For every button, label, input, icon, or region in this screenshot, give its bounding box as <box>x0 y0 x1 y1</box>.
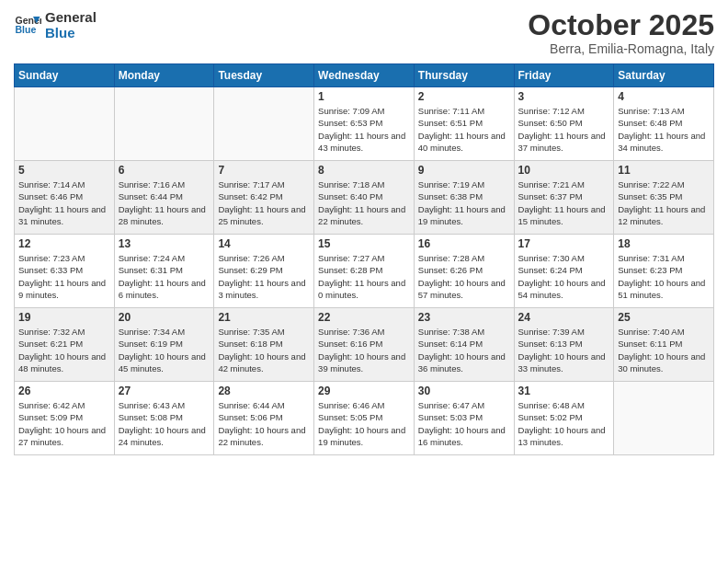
day-info: Sunrise: 7:26 AM Sunset: 6:29 PM Dayligh… <box>218 252 310 301</box>
day-info: Sunrise: 7:12 AM Sunset: 6:50 PM Dayligh… <box>518 105 610 154</box>
table-row: 31Sunrise: 6:48 AM Sunset: 5:02 PM Dayli… <box>514 382 614 455</box>
col-tuesday: Tuesday <box>214 64 314 87</box>
header: General Blue General Blue October 2025 B… <box>14 9 714 56</box>
table-row: 7Sunrise: 7:17 AM Sunset: 6:42 PM Daylig… <box>214 161 314 235</box>
table-row: 18Sunrise: 7:31 AM Sunset: 6:23 PM Dayli… <box>614 235 714 308</box>
day-number: 28 <box>218 385 310 397</box>
col-thursday: Thursday <box>414 64 514 87</box>
table-row: 26Sunrise: 6:42 AM Sunset: 5:09 PM Dayli… <box>15 382 115 455</box>
page-container: General Blue General Blue October 2025 B… <box>0 0 728 465</box>
calendar-week-row: 19Sunrise: 7:32 AM Sunset: 6:21 PM Dayli… <box>15 308 714 382</box>
day-info: Sunrise: 6:43 AM Sunset: 5:08 PM Dayligh… <box>119 399 210 448</box>
table-row: 4Sunrise: 7:13 AM Sunset: 6:48 PM Daylig… <box>614 87 714 161</box>
table-row: 10Sunrise: 7:21 AM Sunset: 6:37 PM Dayli… <box>514 161 614 235</box>
table-row: 24Sunrise: 7:39 AM Sunset: 6:13 PM Dayli… <box>514 308 614 382</box>
day-number: 29 <box>318 385 410 397</box>
table-row: 25Sunrise: 7:40 AM Sunset: 6:11 PM Dayli… <box>614 308 714 382</box>
table-row: 15Sunrise: 7:27 AM Sunset: 6:28 PM Dayli… <box>314 235 415 308</box>
day-number: 2 <box>418 90 510 103</box>
day-info: Sunrise: 7:18 AM Sunset: 6:40 PM Dayligh… <box>318 178 410 227</box>
table-row: 3Sunrise: 7:12 AM Sunset: 6:50 PM Daylig… <box>514 87 614 161</box>
day-info: Sunrise: 7:23 AM Sunset: 6:33 PM Dayligh… <box>18 252 110 301</box>
col-sunday: Sunday <box>15 64 115 87</box>
table-row <box>214 87 314 161</box>
table-row: 8Sunrise: 7:18 AM Sunset: 6:40 PM Daylig… <box>314 161 415 235</box>
day-number: 4 <box>618 90 710 103</box>
day-number: 30 <box>418 385 510 397</box>
day-number: 17 <box>518 237 610 250</box>
table-row: 6Sunrise: 7:16 AM Sunset: 6:44 PM Daylig… <box>114 161 214 235</box>
day-info: Sunrise: 7:38 AM Sunset: 6:14 PM Dayligh… <box>418 326 510 374</box>
table-row: 14Sunrise: 7:26 AM Sunset: 6:29 PM Dayli… <box>214 235 314 308</box>
table-row: 19Sunrise: 7:32 AM Sunset: 6:21 PM Dayli… <box>15 308 115 382</box>
day-info: Sunrise: 6:48 AM Sunset: 5:02 PM Dayligh… <box>518 399 610 448</box>
table-row: 1Sunrise: 7:09 AM Sunset: 6:53 PM Daylig… <box>314 87 415 161</box>
day-number: 24 <box>518 311 610 324</box>
day-info: Sunrise: 7:14 AM Sunset: 6:46 PM Dayligh… <box>18 178 110 227</box>
day-info: Sunrise: 7:19 AM Sunset: 6:38 PM Dayligh… <box>418 178 510 227</box>
day-info: Sunrise: 7:24 AM Sunset: 6:31 PM Dayligh… <box>119 252 210 301</box>
col-monday: Monday <box>114 64 214 87</box>
calendar-header-row: Sunday Monday Tuesday Wednesday Thursday… <box>15 64 714 87</box>
day-info: Sunrise: 6:47 AM Sunset: 5:03 PM Dayligh… <box>418 399 510 448</box>
day-number: 16 <box>418 237 510 250</box>
table-row: 30Sunrise: 6:47 AM Sunset: 5:03 PM Dayli… <box>414 382 514 455</box>
calendar-week-row: 12Sunrise: 7:23 AM Sunset: 6:33 PM Dayli… <box>15 235 714 308</box>
day-number: 15 <box>318 237 410 250</box>
table-row: 23Sunrise: 7:38 AM Sunset: 6:14 PM Dayli… <box>414 308 514 382</box>
calendar-week-row: 26Sunrise: 6:42 AM Sunset: 5:09 PM Dayli… <box>15 382 714 455</box>
table-row <box>114 87 214 161</box>
day-number: 7 <box>218 164 310 177</box>
day-info: Sunrise: 7:09 AM Sunset: 6:53 PM Dayligh… <box>318 105 410 154</box>
table-row: 20Sunrise: 7:34 AM Sunset: 6:19 PM Dayli… <box>114 308 214 382</box>
day-info: Sunrise: 7:35 AM Sunset: 6:18 PM Dayligh… <box>218 326 310 374</box>
logo: General Blue General Blue <box>14 9 97 40</box>
month-title: October 2025 <box>528 9 714 41</box>
table-row: 16Sunrise: 7:28 AM Sunset: 6:26 PM Dayli… <box>414 235 514 308</box>
day-number: 20 <box>119 311 210 324</box>
table-row: 28Sunrise: 6:44 AM Sunset: 5:06 PM Dayli… <box>214 382 314 455</box>
day-info: Sunrise: 7:13 AM Sunset: 6:48 PM Dayligh… <box>618 105 710 154</box>
day-number: 31 <box>518 385 610 397</box>
day-info: Sunrise: 7:22 AM Sunset: 6:35 PM Dayligh… <box>618 178 710 227</box>
svg-text:Blue: Blue <box>16 24 37 35</box>
day-number: 19 <box>18 311 110 324</box>
day-number: 27 <box>119 385 210 397</box>
calendar-week-row: 5Sunrise: 7:14 AM Sunset: 6:46 PM Daylig… <box>15 161 714 235</box>
day-info: Sunrise: 7:34 AM Sunset: 6:19 PM Dayligh… <box>119 326 210 374</box>
day-info: Sunrise: 7:27 AM Sunset: 6:28 PM Dayligh… <box>318 252 410 301</box>
day-number: 21 <box>218 311 310 324</box>
day-number: 11 <box>618 164 710 177</box>
day-info: Sunrise: 7:30 AM Sunset: 6:24 PM Dayligh… <box>518 252 610 301</box>
day-info: Sunrise: 7:28 AM Sunset: 6:26 PM Dayligh… <box>418 252 510 301</box>
day-info: Sunrise: 7:17 AM Sunset: 6:42 PM Dayligh… <box>218 178 310 227</box>
logo-icon: General Blue <box>14 11 41 39</box>
day-info: Sunrise: 6:46 AM Sunset: 5:05 PM Dayligh… <box>318 399 410 448</box>
day-info: Sunrise: 7:39 AM Sunset: 6:13 PM Dayligh… <box>518 326 610 374</box>
day-info: Sunrise: 6:44 AM Sunset: 5:06 PM Dayligh… <box>218 399 310 448</box>
table-row: 5Sunrise: 7:14 AM Sunset: 6:46 PM Daylig… <box>15 161 115 235</box>
day-number: 6 <box>119 164 210 177</box>
table-row: 27Sunrise: 6:43 AM Sunset: 5:08 PM Dayli… <box>114 382 214 455</box>
table-row: 22Sunrise: 7:36 AM Sunset: 6:16 PM Dayli… <box>314 308 415 382</box>
day-number: 14 <box>218 237 310 250</box>
day-info: Sunrise: 7:21 AM Sunset: 6:37 PM Dayligh… <box>518 178 610 227</box>
table-row: 11Sunrise: 7:22 AM Sunset: 6:35 PM Dayli… <box>614 161 714 235</box>
day-number: 23 <box>418 311 510 324</box>
subtitle: Berra, Emilia-Romagna, Italy <box>528 41 714 56</box>
day-number: 1 <box>318 90 410 103</box>
table-row <box>614 382 714 455</box>
day-info: Sunrise: 7:11 AM Sunset: 6:51 PM Dayligh… <box>418 105 510 154</box>
day-info: Sunrise: 7:31 AM Sunset: 6:23 PM Dayligh… <box>618 252 710 301</box>
title-block: October 2025 Berra, Emilia-Romagna, Ital… <box>528 9 714 56</box>
logo-line2: Blue <box>45 25 97 40</box>
day-number: 10 <box>518 164 610 177</box>
table-row: 21Sunrise: 7:35 AM Sunset: 6:18 PM Dayli… <box>214 308 314 382</box>
table-row: 12Sunrise: 7:23 AM Sunset: 6:33 PM Dayli… <box>15 235 115 308</box>
day-number: 8 <box>318 164 410 177</box>
day-number: 13 <box>119 237 210 250</box>
day-number: 5 <box>18 164 110 177</box>
day-number: 25 <box>618 311 710 324</box>
calendar-week-row: 1Sunrise: 7:09 AM Sunset: 6:53 PM Daylig… <box>15 87 714 161</box>
day-number: 18 <box>618 237 710 250</box>
